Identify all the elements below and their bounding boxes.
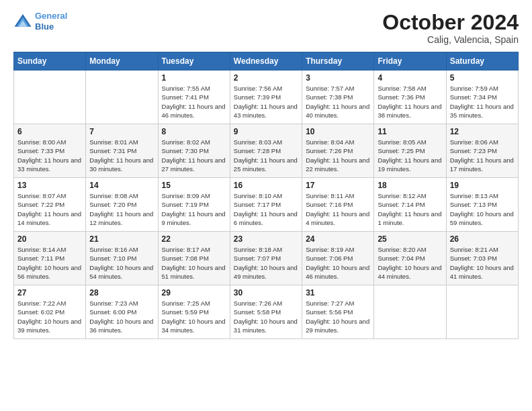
weekday-header: Sunday	[14, 52, 86, 71]
day-number: 7	[89, 127, 154, 136]
day-number: 6	[17, 127, 82, 136]
logo-general: General	[35, 11, 67, 21]
calendar-cell: 5Sunrise: 7:59 AM Sunset: 7:34 PM Daylig…	[446, 71, 518, 124]
calendar-week-row: 20Sunrise: 8:14 AM Sunset: 7:11 PM Dayli…	[14, 232, 519, 285]
calendar-cell: 31Sunrise: 7:27 AM Sunset: 5:56 PM Dayli…	[302, 285, 374, 339]
day-number: 12	[450, 127, 515, 136]
day-info: Sunrise: 8:02 AM Sunset: 7:30 PM Dayligh…	[162, 138, 226, 173]
calendar-cell: 15Sunrise: 8:09 AM Sunset: 7:19 PM Dayli…	[158, 178, 230, 232]
calendar-cell: 17Sunrise: 8:11 AM Sunset: 7:16 PM Dayli…	[302, 178, 374, 232]
calendar-cell	[86, 71, 158, 124]
logo-icon	[13, 12, 32, 31]
calendar-cell: 26Sunrise: 8:21 AM Sunset: 7:03 PM Dayli…	[446, 232, 518, 285]
day-number: 8	[162, 127, 226, 136]
calendar-cell: 7Sunrise: 8:01 AM Sunset: 7:31 PM Daylig…	[86, 124, 158, 178]
calendar-cell: 10Sunrise: 8:04 AM Sunset: 7:26 PM Dayli…	[302, 124, 374, 178]
calendar-cell: 25Sunrise: 8:20 AM Sunset: 7:04 PM Dayli…	[374, 232, 446, 285]
calendar-cell: 27Sunrise: 7:22 AM Sunset: 6:02 PM Dayli…	[14, 285, 86, 339]
weekday-header: Wednesday	[230, 52, 302, 71]
day-info: Sunrise: 8:18 AM Sunset: 7:07 PM Dayligh…	[234, 245, 298, 281]
day-info: Sunrise: 8:14 AM Sunset: 7:11 PM Dayligh…	[17, 245, 82, 281]
day-number: 11	[378, 127, 442, 136]
weekday-header-row: SundayMondayTuesdayWednesdayThursdayFrid…	[14, 52, 519, 71]
day-number: 27	[17, 288, 82, 298]
calendar-cell: 22Sunrise: 8:17 AM Sunset: 7:08 PM Dayli…	[158, 232, 230, 285]
calendar-cell: 2Sunrise: 7:56 AM Sunset: 7:39 PM Daylig…	[230, 71, 302, 124]
day-info: Sunrise: 8:10 AM Sunset: 7:17 PM Dayligh…	[234, 191, 298, 227]
day-number: 5	[450, 73, 515, 83]
logo: General Blue	[13, 11, 67, 32]
day-info: Sunrise: 8:09 AM Sunset: 7:19 PM Dayligh…	[162, 191, 226, 227]
day-number: 10	[306, 127, 370, 136]
day-info: Sunrise: 8:13 AM Sunset: 7:13 PM Dayligh…	[450, 191, 515, 227]
day-number: 24	[306, 234, 370, 244]
day-info: Sunrise: 8:17 AM Sunset: 7:08 PM Dayligh…	[162, 245, 226, 281]
day-info: Sunrise: 7:59 AM Sunset: 7:34 PM Dayligh…	[450, 84, 515, 120]
calendar-page: General Blue October 2024 Calig, Valenci…	[0, 0, 532, 411]
day-info: Sunrise: 8:12 AM Sunset: 7:14 PM Dayligh…	[378, 191, 442, 227]
day-number: 29	[162, 288, 226, 298]
calendar-cell	[446, 285, 518, 339]
calendar-cell: 13Sunrise: 8:07 AM Sunset: 7:22 PM Dayli…	[14, 178, 86, 232]
day-number: 2	[234, 73, 298, 83]
calendar-cell: 30Sunrise: 7:26 AM Sunset: 5:58 PM Dayli…	[230, 285, 302, 339]
calendar-cell: 28Sunrise: 7:23 AM Sunset: 6:00 PM Dayli…	[86, 285, 158, 339]
day-info: Sunrise: 8:03 AM Sunset: 7:28 PM Dayligh…	[234, 138, 298, 173]
day-info: Sunrise: 7:57 AM Sunset: 7:38 PM Dayligh…	[306, 84, 370, 120]
weekday-header: Thursday	[302, 52, 374, 71]
day-info: Sunrise: 8:16 AM Sunset: 7:10 PM Dayligh…	[89, 245, 154, 281]
calendar-cell: 3Sunrise: 7:57 AM Sunset: 7:38 PM Daylig…	[302, 71, 374, 124]
calendar-cell: 6Sunrise: 8:00 AM Sunset: 7:33 PM Daylig…	[14, 124, 86, 178]
day-info: Sunrise: 7:58 AM Sunset: 7:36 PM Dayligh…	[378, 84, 442, 120]
calendar-cell: 14Sunrise: 8:08 AM Sunset: 7:20 PM Dayli…	[86, 178, 158, 232]
calendar-cell: 11Sunrise: 8:05 AM Sunset: 7:25 PM Dayli…	[374, 124, 446, 178]
day-info: Sunrise: 8:19 AM Sunset: 7:06 PM Dayligh…	[306, 245, 370, 281]
day-info: Sunrise: 7:56 AM Sunset: 7:39 PM Dayligh…	[234, 84, 298, 120]
day-number: 4	[378, 73, 442, 83]
day-info: Sunrise: 7:22 AM Sunset: 6:02 PM Dayligh…	[17, 299, 82, 334]
day-info: Sunrise: 8:07 AM Sunset: 7:22 PM Dayligh…	[17, 191, 82, 227]
calendar-cell	[374, 285, 446, 339]
day-number: 15	[162, 181, 226, 190]
weekday-header: Friday	[374, 52, 446, 71]
calendar-cell: 20Sunrise: 8:14 AM Sunset: 7:11 PM Dayli…	[14, 232, 86, 285]
calendar-week-row: 6Sunrise: 8:00 AM Sunset: 7:33 PM Daylig…	[14, 124, 519, 178]
day-info: Sunrise: 8:21 AM Sunset: 7:03 PM Dayligh…	[450, 245, 515, 281]
day-info: Sunrise: 8:06 AM Sunset: 7:23 PM Dayligh…	[450, 138, 515, 173]
title-block: October 2024 Calig, Valencia, Spain	[382, 11, 519, 45]
logo-blue: Blue	[35, 21, 54, 32]
day-number: 9	[234, 127, 298, 136]
weekday-header: Saturday	[446, 52, 518, 71]
day-info: Sunrise: 8:05 AM Sunset: 7:25 PM Dayligh…	[378, 138, 442, 173]
day-number: 22	[162, 234, 226, 244]
calendar-week-row: 13Sunrise: 8:07 AM Sunset: 7:22 PM Dayli…	[14, 178, 519, 232]
day-number: 25	[378, 234, 442, 244]
weekday-header: Monday	[86, 52, 158, 71]
day-number: 17	[306, 181, 370, 190]
day-info: Sunrise: 8:11 AM Sunset: 7:16 PM Dayligh…	[306, 191, 370, 227]
calendar-cell: 9Sunrise: 8:03 AM Sunset: 7:28 PM Daylig…	[230, 124, 302, 178]
day-number: 26	[450, 234, 515, 244]
day-number: 3	[306, 73, 370, 83]
day-info: Sunrise: 7:26 AM Sunset: 5:58 PM Dayligh…	[234, 299, 298, 334]
day-number: 18	[378, 181, 442, 190]
calendar-cell: 4Sunrise: 7:58 AM Sunset: 7:36 PM Daylig…	[374, 71, 446, 124]
day-info: Sunrise: 7:27 AM Sunset: 5:56 PM Dayligh…	[306, 299, 370, 334]
calendar-cell: 12Sunrise: 8:06 AM Sunset: 7:23 PM Dayli…	[446, 124, 518, 178]
calendar-week-row: 1Sunrise: 7:55 AM Sunset: 7:41 PM Daylig…	[14, 71, 519, 124]
day-number: 23	[234, 234, 298, 244]
header: General Blue October 2024 Calig, Valenci…	[13, 11, 519, 45]
day-number: 31	[306, 288, 370, 298]
calendar-cell: 1Sunrise: 7:55 AM Sunset: 7:41 PM Daylig…	[158, 71, 230, 124]
calendar-cell	[14, 71, 86, 124]
weekday-header: Tuesday	[158, 52, 230, 71]
day-info: Sunrise: 8:04 AM Sunset: 7:26 PM Dayligh…	[306, 138, 370, 173]
day-info: Sunrise: 7:55 AM Sunset: 7:41 PM Dayligh…	[162, 84, 226, 120]
calendar-cell: 8Sunrise: 8:02 AM Sunset: 7:30 PM Daylig…	[158, 124, 230, 178]
day-info: Sunrise: 8:01 AM Sunset: 7:31 PM Dayligh…	[89, 138, 154, 173]
day-number: 20	[17, 234, 82, 244]
logo-text: General Blue	[35, 11, 67, 32]
calendar-cell: 19Sunrise: 8:13 AM Sunset: 7:13 PM Dayli…	[446, 178, 518, 232]
day-info: Sunrise: 8:00 AM Sunset: 7:33 PM Dayligh…	[17, 138, 82, 173]
calendar-table: SundayMondayTuesdayWednesdayThursdayFrid…	[13, 52, 519, 339]
